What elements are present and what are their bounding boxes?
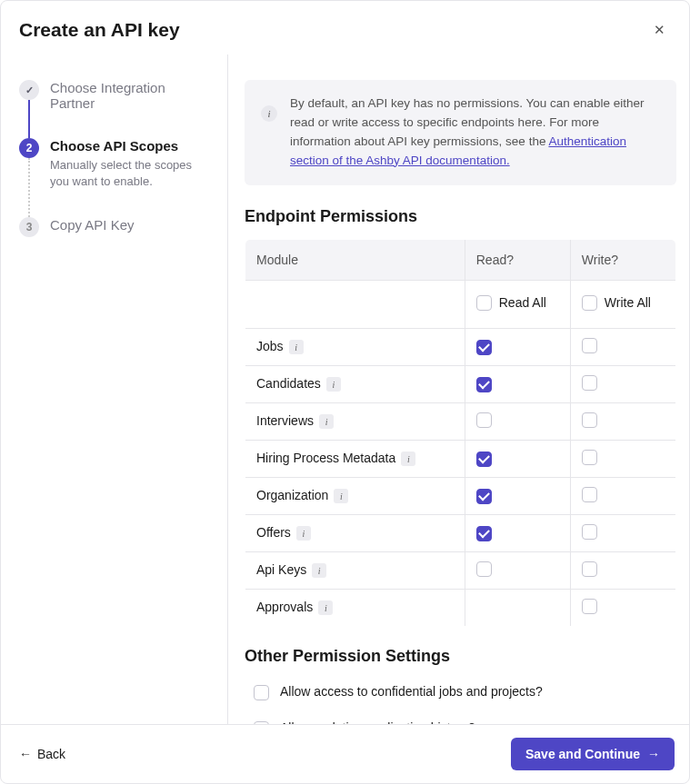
module-cell: Hiring Process Metadatai bbox=[245, 440, 465, 477]
write-checkbox[interactable] bbox=[582, 338, 597, 353]
info-icon[interactable]: i bbox=[326, 377, 341, 392]
step-content: Choose API Scopes Manually select the sc… bbox=[50, 138, 209, 190]
info-icon[interactable]: i bbox=[319, 414, 334, 429]
read-all-checkbox[interactable] bbox=[476, 295, 492, 311]
module-label: Api Keys bbox=[256, 562, 306, 577]
module-label: Candidates bbox=[256, 376, 321, 391]
step-copy-api-key[interactable]: 3 Copy API Key bbox=[19, 217, 209, 237]
read-checkbox[interactable] bbox=[476, 340, 492, 355]
setting-row: Allow updating application history?This … bbox=[245, 715, 676, 724]
back-button[interactable]: Back bbox=[15, 741, 69, 767]
step-number-icon: 2 bbox=[19, 138, 39, 158]
read-cell bbox=[465, 440, 570, 477]
module-label: Jobs bbox=[256, 339, 284, 353]
write-checkbox[interactable] bbox=[582, 524, 597, 540]
setting-checkbox[interactable] bbox=[254, 685, 269, 700]
table-row: Approvalsi bbox=[245, 589, 676, 626]
write-checkbox[interactable] bbox=[582, 375, 597, 391]
module-cell: Api Keysi bbox=[245, 551, 465, 589]
read-checkbox[interactable] bbox=[476, 412, 492, 428]
other-settings-title: Other Permission Settings bbox=[245, 647, 676, 666]
modal-footer: Back Save and Continue bbox=[1, 724, 689, 783]
step-description: Manually select the scopes you want to e… bbox=[50, 157, 209, 190]
write-all-control[interactable]: Write All bbox=[582, 295, 651, 311]
info-box: i By default, an API key has no permissi… bbox=[245, 80, 676, 185]
step-title: Choose API Scopes bbox=[50, 138, 209, 154]
write-cell bbox=[570, 328, 675, 365]
modal-title: Create an API key bbox=[19, 19, 180, 41]
setting-text: Allow access to confidential jobs and pr… bbox=[280, 684, 667, 699]
read-all-cell: Read All bbox=[465, 280, 570, 328]
write-checkbox[interactable] bbox=[582, 412, 597, 428]
permissions-table: Module Read? Write? Read All bbox=[245, 239, 676, 627]
write-all-label: Write All bbox=[605, 295, 651, 310]
module-cell: Approvalsi bbox=[245, 589, 465, 626]
table-row: Jobsi bbox=[245, 328, 676, 365]
step-content: Choose Integration Partner bbox=[50, 80, 209, 111]
read-checkbox[interactable] bbox=[476, 452, 492, 467]
write-cell bbox=[570, 477, 675, 514]
close-button[interactable]: ✕ bbox=[648, 17, 671, 42]
write-checkbox[interactable] bbox=[582, 599, 597, 614]
read-all-control[interactable]: Read All bbox=[476, 295, 546, 311]
module-label: Interviews bbox=[256, 413, 314, 428]
read-cell bbox=[465, 402, 570, 440]
column-header-write: Write? bbox=[570, 239, 675, 280]
read-checkbox[interactable] bbox=[476, 561, 492, 577]
step-completed-icon bbox=[19, 80, 39, 100]
step-title: Choose Integration Partner bbox=[50, 80, 209, 111]
modal-body: Choose Integration Partner 2 Choose API … bbox=[1, 55, 689, 724]
info-icon[interactable]: i bbox=[289, 340, 304, 354]
write-cell bbox=[570, 402, 675, 440]
read-all-label: Read All bbox=[499, 295, 546, 310]
write-all-cell: Write All bbox=[570, 280, 675, 328]
write-checkbox[interactable] bbox=[582, 450, 597, 465]
save-continue-button[interactable]: Save and Continue bbox=[511, 738, 675, 770]
module-cell: Interviewsi bbox=[245, 402, 465, 440]
step-title: Copy API Key bbox=[50, 217, 209, 233]
close-icon: ✕ bbox=[654, 22, 665, 37]
save-continue-label: Save and Continue bbox=[525, 747, 640, 761]
table-row: Candidatesi bbox=[245, 365, 676, 402]
arrow-right-icon bbox=[647, 747, 660, 761]
write-cell bbox=[570, 365, 675, 402]
info-icon[interactable]: i bbox=[334, 489, 348, 503]
info-icon[interactable]: i bbox=[296, 526, 311, 541]
module-cell: Jobsi bbox=[245, 328, 465, 365]
table-row: Api Keysi bbox=[245, 551, 676, 589]
module-cell: Offersi bbox=[245, 514, 465, 551]
step-choose-api-scopes[interactable]: 2 Choose API Scopes Manually select the … bbox=[19, 138, 209, 190]
write-all-checkbox[interactable] bbox=[582, 295, 597, 311]
main-content: i By default, an API key has no permissi… bbox=[228, 55, 689, 724]
read-cell bbox=[465, 514, 570, 551]
read-checkbox[interactable] bbox=[476, 377, 492, 392]
arrow-left-icon bbox=[19, 747, 32, 761]
module-label: Offers bbox=[256, 525, 291, 540]
table-row: Hiring Process Metadatai bbox=[245, 440, 676, 477]
write-checkbox[interactable] bbox=[582, 561, 597, 577]
column-header-module: Module bbox=[245, 239, 465, 280]
info-icon[interactable]: i bbox=[318, 600, 333, 615]
step-choose-integration-partner[interactable]: Choose Integration Partner bbox=[19, 80, 209, 111]
create-api-key-modal: Create an API key ✕ Choose Integration P… bbox=[0, 0, 690, 784]
write-checkbox[interactable] bbox=[582, 487, 597, 502]
endpoint-permissions-title: Endpoint Permissions bbox=[245, 207, 676, 226]
table-row: Interviewsi bbox=[245, 402, 676, 440]
read-cell bbox=[465, 551, 570, 589]
read-cell bbox=[465, 589, 570, 626]
setting-row: Allow access to confidential jobs and pr… bbox=[245, 679, 676, 706]
table-row: Organizationi bbox=[245, 477, 676, 514]
step-connector bbox=[28, 158, 30, 217]
read-cell bbox=[465, 328, 570, 365]
read-checkbox[interactable] bbox=[476, 489, 492, 504]
read-cell bbox=[465, 477, 570, 514]
steps-sidebar: Choose Integration Partner 2 Choose API … bbox=[1, 55, 228, 724]
read-checkbox[interactable] bbox=[476, 526, 492, 541]
module-cell: Candidatesi bbox=[245, 365, 465, 402]
write-cell bbox=[570, 589, 675, 626]
empty-cell bbox=[245, 280, 465, 328]
write-cell bbox=[570, 440, 675, 477]
info-icon[interactable]: i bbox=[401, 452, 415, 466]
info-icon[interactable]: i bbox=[312, 563, 326, 578]
step-number-icon: 3 bbox=[19, 217, 39, 237]
